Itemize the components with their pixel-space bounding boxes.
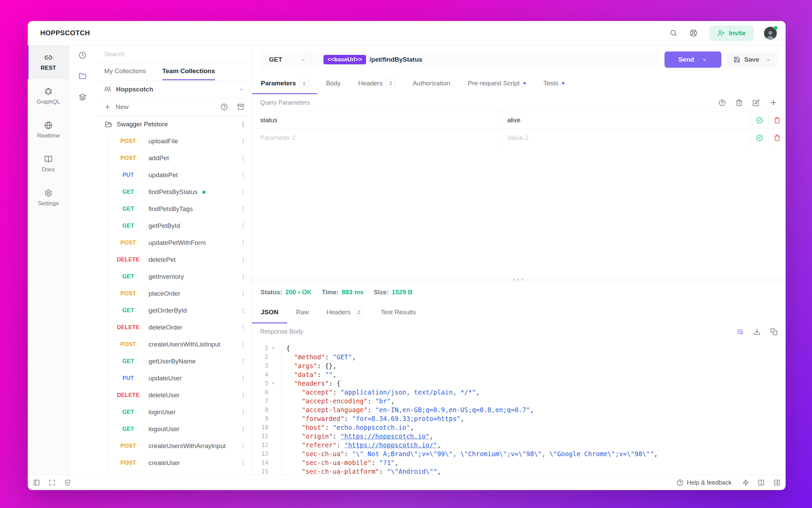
help-circle-icon[interactable] [221, 103, 228, 110]
save-button[interactable]: Save [727, 51, 777, 68]
split-columns-icon[interactable] [758, 479, 765, 486]
plus-icon[interactable] [104, 104, 111, 110]
support-icon[interactable] [690, 29, 697, 37]
request-item-getpetbyid[interactable]: GETgetPetById [108, 217, 252, 234]
sidebar-item-graphql[interactable]: GraphQL [28, 79, 69, 113]
request-item-loginuser[interactable]: GETloginUser [108, 404, 252, 421]
more-options-icon[interactable] [240, 138, 247, 145]
fold-caret-icon[interactable]: ▾ [268, 344, 278, 353]
request-item-placeorder[interactable]: POSTplaceOrder [108, 285, 252, 302]
edit-icon[interactable] [752, 99, 760, 106]
request-item-getorderbyid[interactable]: GETgetOrderById [108, 302, 252, 319]
param-key-input[interactable]: Parameter 2 [252, 129, 499, 146]
tab-test-results[interactable]: Test Results [372, 302, 425, 323]
more-options-icon[interactable] [240, 358, 247, 365]
request-item-deleteorder[interactable]: DELETEdeleteOrder [108, 319, 252, 336]
search-input[interactable] [104, 50, 243, 58]
param-active-toggle[interactable] [750, 111, 768, 129]
request-item-updatepetwithform[interactable]: POSTupdatePetWithForm [108, 234, 252, 251]
tab-pre-request-script[interactable]: Pre-request Script [459, 73, 535, 94]
tab-my-collections[interactable]: My Collections [104, 63, 146, 80]
tab-parameters[interactable]: Parameters1 [252, 73, 317, 94]
param-delete-button[interactable] [768, 129, 786, 146]
expand-icon[interactable] [49, 479, 55, 486]
request-item-findpetsbystatus[interactable]: GETfindPetsByStatus [108, 184, 252, 200]
request-item-createuserswitharrayinput[interactable]: POSTcreateUsersWithArrayInput [108, 438, 252, 454]
fold-caret-icon[interactable]: ▾ [268, 379, 278, 388]
tab-json[interactable]: JSON [252, 302, 287, 323]
param-active-toggle[interactable] [750, 129, 768, 146]
collections-folder-icon[interactable] [79, 72, 86, 80]
search-icon[interactable] [670, 29, 677, 37]
sidebar-item-rest[interactable]: REST [28, 45, 69, 79]
request-item-findpetsbytags[interactable]: GETfindPetsByTags [108, 200, 252, 217]
sidebar-item-settings[interactable]: Settings [28, 181, 69, 215]
environments-layers-icon[interactable] [79, 93, 86, 101]
request-item-deletepet[interactable]: DELETEdeletePet [108, 251, 252, 268]
sidebar-item-docs[interactable]: Docs [28, 147, 69, 181]
archive-icon[interactable] [237, 103, 244, 110]
param-value-input[interactable]: alive [499, 111, 750, 129]
collapse-right-panel-icon[interactable] [773, 479, 780, 486]
request-item-logoutuser[interactable]: GETlogoutUser [108, 421, 252, 438]
wrap-lines-icon[interactable] [737, 328, 744, 335]
more-options-icon[interactable] [240, 223, 247, 229]
more-options-icon[interactable] [240, 206, 247, 212]
help-feedback-button[interactable]: Help & feedback [677, 479, 731, 486]
history-icon[interactable] [79, 51, 86, 59]
request-item-getinventory[interactable]: GETgetInventory [108, 268, 252, 285]
collection-folder[interactable]: Swagger Petstore [95, 116, 252, 133]
team-selector[interactable]: Hoppscotch [95, 81, 252, 98]
more-options-icon[interactable] [240, 273, 247, 280]
shield-check-icon[interactable] [64, 479, 71, 486]
url-input[interactable]: <<baseUrl>> /pet/findByStatus [311, 55, 659, 64]
request-item-uploadfile[interactable]: POSTuploadFile [108, 133, 252, 150]
more-options-icon[interactable] [240, 121, 247, 128]
user-avatar[interactable] [764, 27, 777, 40]
more-options-icon[interactable] [240, 341, 247, 348]
shortcuts-zap-icon[interactable] [742, 479, 749, 486]
tab-headers[interactable]: Headers2 [318, 302, 372, 323]
invite-button[interactable]: Invite [709, 25, 754, 41]
more-options-icon[interactable] [240, 155, 247, 162]
request-item-createuser[interactable]: POSTcreateUser [108, 454, 252, 471]
tab-tests[interactable]: Tests [535, 73, 573, 94]
more-options-icon[interactable] [240, 375, 247, 382]
param-delete-button[interactable] [768, 111, 786, 129]
more-options-icon[interactable] [240, 172, 247, 178]
send-button[interactable]: Send [664, 51, 721, 68]
more-options-icon[interactable] [240, 426, 247, 432]
more-options-icon[interactable] [240, 324, 247, 331]
download-icon[interactable] [753, 328, 761, 335]
request-item-addpet[interactable]: POSTaddPet [108, 150, 252, 167]
tab-raw[interactable]: Raw [287, 302, 318, 323]
copy-icon[interactable] [770, 328, 777, 335]
param-value-input[interactable]: Value 2 [499, 129, 750, 146]
request-item-deleteuser[interactable]: DELETEdeleteUser [108, 387, 252, 404]
new-collection-button[interactable]: New [116, 103, 129, 111]
help-circle-icon[interactable] [719, 99, 726, 106]
tab-team-collections[interactable]: Team Collections [162, 63, 215, 80]
more-options-icon[interactable] [240, 409, 247, 416]
request-item-createuserswithlistinput[interactable]: POSTcreateUsersWithListInput [108, 336, 252, 353]
more-options-icon[interactable] [240, 460, 247, 466]
request-item-updateuser[interactable]: PUTupdateUser [108, 370, 252, 387]
more-options-icon[interactable] [240, 443, 247, 449]
more-options-icon[interactable] [240, 307, 247, 314]
clear-all-trash-icon[interactable] [736, 99, 743, 106]
pane-resize-handle[interactable]: • • • [252, 278, 786, 282]
add-param-plus-icon[interactable] [769, 99, 777, 107]
param-key-input[interactable]: status [252, 111, 499, 129]
tab-body[interactable]: Body [317, 73, 349, 94]
collection-folder-clipped[interactable] [95, 471, 252, 475]
toggle-sidebar-icon[interactable] [33, 479, 40, 486]
sidebar-item-realtime[interactable]: Realtime [28, 113, 69, 147]
more-options-icon[interactable] [240, 392, 247, 399]
tab-authorization[interactable]: Authorization [404, 73, 459, 94]
method-select[interactable]: GET [260, 56, 311, 63]
tab-headers[interactable]: Headers2 [349, 73, 404, 94]
request-item-updatepet[interactable]: PUTupdatePet [108, 167, 252, 184]
request-item-getuserbyname[interactable]: GETgetUserByName [108, 353, 252, 370]
more-options-icon[interactable] [240, 256, 247, 263]
more-options-icon[interactable] [240, 239, 247, 246]
